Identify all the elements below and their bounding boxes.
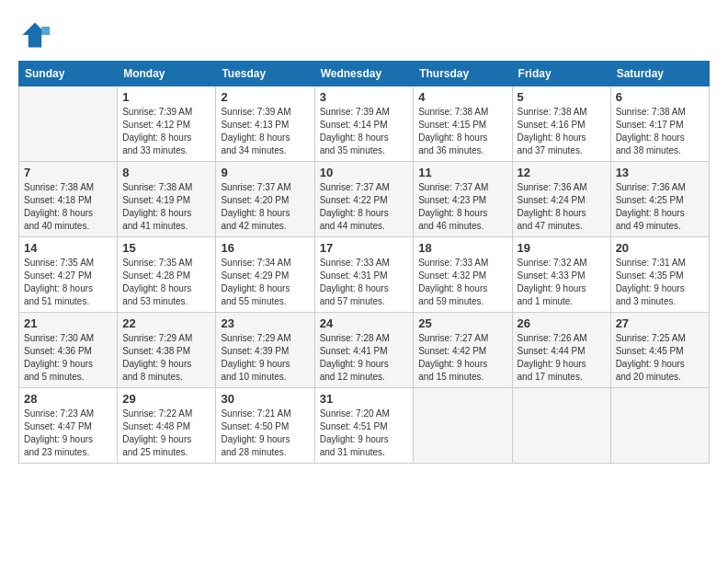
- day-cell: 23Sunrise: 7:29 AMSunset: 4:39 PMDayligh…: [216, 313, 314, 388]
- day-info: Sunrise: 7:39 AMSunset: 4:13 PMDaylight:…: [221, 106, 309, 157]
- day-info: Sunrise: 7:37 AMSunset: 4:22 PMDaylight:…: [320, 181, 409, 233]
- day-number: 13: [616, 166, 704, 179]
- day-cell: 31Sunrise: 7:20 AMSunset: 4:51 PMDayligh…: [314, 388, 414, 464]
- week-row-3: 14Sunrise: 7:35 AMSunset: 4:27 PMDayligh…: [19, 237, 710, 313]
- day-cell: 16Sunrise: 7:34 AMSunset: 4:29 PMDayligh…: [216, 237, 314, 313]
- day-number: 8: [122, 166, 210, 179]
- day-number: 21: [24, 316, 112, 330]
- day-cell: 7Sunrise: 7:38 AMSunset: 4:18 PMDaylight…: [19, 162, 118, 237]
- week-row-5: 28Sunrise: 7:23 AMSunset: 4:47 PMDayligh…: [19, 388, 710, 464]
- day-cell: 11Sunrise: 7:37 AMSunset: 4:23 PMDayligh…: [414, 162, 512, 237]
- day-number: 9: [221, 166, 309, 179]
- day-info: Sunrise: 7:29 AMSunset: 4:38 PMDaylight:…: [122, 332, 210, 384]
- day-number: 11: [418, 166, 506, 179]
- day-info: Sunrise: 7:26 AMSunset: 4:44 PMDaylight:…: [518, 332, 606, 384]
- day-info: Sunrise: 7:36 AMSunset: 4:25 PMDaylight:…: [616, 181, 704, 233]
- day-number: 4: [418, 90, 506, 104]
- day-number: 22: [122, 316, 210, 330]
- day-number: 1: [122, 90, 210, 104]
- day-cell: 3Sunrise: 7:39 AMSunset: 4:14 PMDaylight…: [314, 86, 414, 162]
- day-cell: 12Sunrise: 7:36 AMSunset: 4:24 PMDayligh…: [512, 162, 610, 237]
- day-number: 7: [24, 166, 112, 179]
- header-tuesday: Tuesday: [216, 62, 314, 86]
- day-info: Sunrise: 7:38 AMSunset: 4:18 PMDaylight:…: [24, 181, 112, 233]
- page-header: [18, 18, 710, 52]
- day-cell: 24Sunrise: 7:28 AMSunset: 4:41 PMDayligh…: [314, 313, 414, 388]
- day-number: 10: [320, 166, 409, 179]
- day-cell: 25Sunrise: 7:27 AMSunset: 4:42 PMDayligh…: [414, 313, 512, 388]
- day-info: Sunrise: 7:33 AMSunset: 4:32 PMDaylight:…: [418, 257, 506, 308]
- day-cell: 1Sunrise: 7:39 AMSunset: 4:12 PMDaylight…: [118, 86, 216, 162]
- day-cell: 4Sunrise: 7:38 AMSunset: 4:15 PMDaylight…: [414, 86, 512, 162]
- day-info: Sunrise: 7:28 AMSunset: 4:41 PMDaylight:…: [320, 332, 409, 384]
- day-info: Sunrise: 7:38 AMSunset: 4:16 PMDaylight:…: [518, 106, 606, 157]
- day-info: Sunrise: 7:34 AMSunset: 4:29 PMDaylight:…: [221, 257, 309, 308]
- day-number: 24: [320, 316, 409, 330]
- day-number: 28: [24, 392, 112, 406]
- day-info: Sunrise: 7:36 AMSunset: 4:24 PMDaylight:…: [518, 181, 606, 233]
- day-number: 20: [616, 241, 704, 255]
- day-number: 19: [518, 241, 606, 255]
- calendar-table: SundayMondayTuesdayWednesdayThursdayFrid…: [18, 61, 710, 464]
- day-info: Sunrise: 7:31 AMSunset: 4:35 PMDaylight:…: [616, 257, 704, 308]
- day-cell: [19, 86, 118, 162]
- day-cell: [610, 388, 709, 464]
- day-number: 17: [320, 241, 409, 255]
- header-wednesday: Wednesday: [314, 62, 414, 86]
- header-thursday: Thursday: [414, 62, 512, 86]
- day-info: Sunrise: 7:35 AMSunset: 4:27 PMDaylight:…: [24, 257, 112, 308]
- day-info: Sunrise: 7:35 AMSunset: 4:28 PMDaylight:…: [122, 257, 210, 308]
- day-cell: 26Sunrise: 7:26 AMSunset: 4:44 PMDayligh…: [512, 313, 610, 388]
- day-info: Sunrise: 7:38 AMSunset: 4:17 PMDaylight:…: [616, 106, 704, 157]
- day-info: Sunrise: 7:29 AMSunset: 4:39 PMDaylight:…: [221, 332, 309, 384]
- day-cell: 20Sunrise: 7:31 AMSunset: 4:35 PMDayligh…: [610, 237, 709, 313]
- logo: [18, 18, 55, 52]
- day-info: Sunrise: 7:37 AMSunset: 4:20 PMDaylight:…: [221, 181, 309, 233]
- header-monday: Monday: [118, 62, 216, 86]
- day-info: Sunrise: 7:32 AMSunset: 4:33 PMDaylight:…: [518, 257, 606, 308]
- day-number: 23: [221, 316, 309, 330]
- day-cell: 18Sunrise: 7:33 AMSunset: 4:32 PMDayligh…: [414, 237, 512, 313]
- day-cell: 10Sunrise: 7:37 AMSunset: 4:22 PMDayligh…: [314, 162, 414, 237]
- day-cell: 27Sunrise: 7:25 AMSunset: 4:45 PMDayligh…: [610, 313, 709, 388]
- day-cell: 2Sunrise: 7:39 AMSunset: 4:13 PMDaylight…: [216, 86, 314, 162]
- day-number: 12: [518, 166, 606, 179]
- day-number: 2: [221, 90, 309, 104]
- day-info: Sunrise: 7:30 AMSunset: 4:36 PMDaylight:…: [24, 332, 112, 384]
- day-info: Sunrise: 7:38 AMSunset: 4:19 PMDaylight:…: [122, 181, 210, 233]
- week-row-1: 1Sunrise: 7:39 AMSunset: 4:12 PMDaylight…: [19, 86, 710, 162]
- week-row-2: 7Sunrise: 7:38 AMSunset: 4:18 PMDaylight…: [19, 162, 710, 237]
- day-number: 26: [518, 316, 606, 330]
- calendar-header-row: SundayMondayTuesdayWednesdayThursdayFrid…: [19, 62, 710, 86]
- day-cell: 14Sunrise: 7:35 AMSunset: 4:27 PMDayligh…: [19, 237, 118, 313]
- day-info: Sunrise: 7:39 AMSunset: 4:12 PMDaylight:…: [122, 106, 210, 157]
- day-number: 30: [221, 392, 309, 406]
- day-number: 31: [320, 392, 409, 406]
- day-cell: [512, 388, 610, 464]
- day-number: 25: [418, 316, 506, 330]
- day-cell: 5Sunrise: 7:38 AMSunset: 4:16 PMDaylight…: [512, 86, 610, 162]
- day-info: Sunrise: 7:23 AMSunset: 4:47 PMDaylight:…: [24, 408, 112, 459]
- day-cell: 15Sunrise: 7:35 AMSunset: 4:28 PMDayligh…: [118, 237, 216, 313]
- header-sunday: Sunday: [19, 62, 118, 86]
- day-cell: 22Sunrise: 7:29 AMSunset: 4:38 PMDayligh…: [118, 313, 216, 388]
- day-cell: 30Sunrise: 7:21 AMSunset: 4:50 PMDayligh…: [216, 388, 314, 464]
- day-cell: 19Sunrise: 7:32 AMSunset: 4:33 PMDayligh…: [512, 237, 610, 313]
- week-row-4: 21Sunrise: 7:30 AMSunset: 4:36 PMDayligh…: [19, 313, 710, 388]
- day-info: Sunrise: 7:20 AMSunset: 4:51 PMDaylight:…: [320, 408, 409, 459]
- day-cell: 17Sunrise: 7:33 AMSunset: 4:31 PMDayligh…: [314, 237, 414, 313]
- svg-marker-1: [41, 27, 50, 35]
- day-number: 18: [418, 241, 506, 255]
- day-number: 16: [221, 241, 309, 255]
- day-cell: 13Sunrise: 7:36 AMSunset: 4:25 PMDayligh…: [610, 162, 709, 237]
- header-saturday: Saturday: [610, 62, 709, 86]
- day-info: Sunrise: 7:39 AMSunset: 4:14 PMDaylight:…: [320, 106, 409, 157]
- day-cell: 8Sunrise: 7:38 AMSunset: 4:19 PMDaylight…: [118, 162, 216, 237]
- day-number: 27: [616, 316, 704, 330]
- day-number: 15: [122, 241, 210, 255]
- day-number: 3: [320, 90, 409, 104]
- day-info: Sunrise: 7:21 AMSunset: 4:50 PMDaylight:…: [221, 408, 309, 459]
- day-cell: 9Sunrise: 7:37 AMSunset: 4:20 PMDaylight…: [216, 162, 314, 237]
- day-cell: 28Sunrise: 7:23 AMSunset: 4:47 PMDayligh…: [19, 388, 118, 464]
- day-number: 29: [122, 392, 210, 406]
